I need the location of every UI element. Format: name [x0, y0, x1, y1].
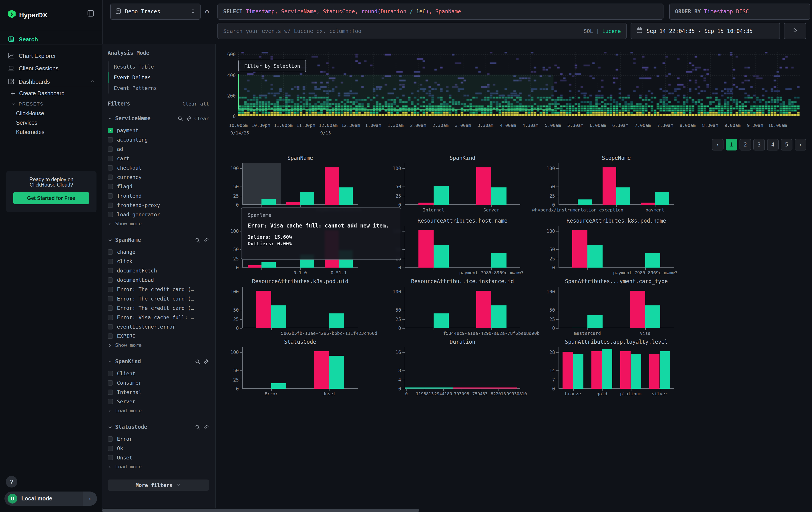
sidebar-preset-clickhouse[interactable]: ClickHouse — [16, 110, 44, 117]
sidebar-presets-toggle[interactable]: PRESETS — [11, 101, 44, 106]
load-more-button[interactable]: Load more — [108, 462, 209, 471]
select-clause-input[interactable]: SELECT Timestamp, ServiceName, StatusCod… — [218, 4, 664, 20]
filter-item-internal[interactable]: Internal — [108, 387, 209, 397]
pagination-page-5[interactable]: 5 — [781, 139, 792, 151]
filter-item-documentload[interactable]: documentLoad — [108, 275, 209, 285]
sidebar-collapse-icon[interactable] — [87, 10, 94, 17]
show-more-button[interactable]: Show more — [108, 341, 209, 350]
pagination-prev[interactable]: ‹ — [712, 139, 724, 151]
sidebar-item-search[interactable]: Search — [0, 32, 102, 46]
filter-item-server[interactable]: Server — [108, 397, 209, 406]
checkbox[interactable]: ✓ — [108, 128, 113, 133]
filter-item-error-visa-cache-full-[interactable]: Error: Visa cache full: … — [108, 313, 209, 322]
filter-item-payment[interactable]: ✓payment — [108, 126, 209, 135]
checkbox[interactable] — [108, 305, 113, 311]
more-filters-button[interactable]: More filters — [108, 480, 209, 491]
lucene-toggle[interactable]: Lucene — [602, 28, 621, 34]
checkbox[interactable] — [108, 259, 113, 264]
checkbox[interactable] — [108, 371, 113, 376]
show-more-button[interactable]: Show more — [108, 219, 209, 228]
pagination-page-1[interactable]: 1 — [726, 139, 737, 151]
filter-pin-icon[interactable] — [203, 237, 209, 243]
filter-item-consumer[interactable]: Consumer — [108, 378, 209, 387]
clear-all-button[interactable]: Clear all — [182, 101, 209, 107]
filter-pin-icon[interactable] — [203, 359, 209, 365]
chevron-down-icon[interactable] — [108, 425, 113, 429]
chevron-down-icon[interactable] — [108, 359, 113, 364]
checkbox[interactable] — [108, 399, 113, 404]
checkbox[interactable] — [108, 212, 113, 217]
checkbox[interactable] — [108, 184, 113, 189]
horizontal-scrollbar[interactable] — [102, 509, 419, 512]
checkbox[interactable] — [108, 455, 113, 460]
checkbox[interactable] — [108, 324, 113, 329]
filter-item-ok[interactable]: Ok — [108, 443, 209, 453]
filter-by-selection-button[interactable]: Filter by Selection — [238, 60, 306, 72]
checkbox[interactable] — [108, 203, 113, 208]
filter-item-eventlistener-error[interactable]: eventListener.error — [108, 322, 209, 331]
local-mode-bar[interactable]: U Local mode › — [4, 491, 97, 506]
checkbox[interactable] — [108, 333, 113, 339]
help-button[interactable]: ? — [6, 476, 17, 487]
pagination-page-4[interactable]: 4 — [767, 139, 779, 151]
source-select[interactable]: Demo Traces — [110, 4, 201, 20]
load-more-button[interactable]: Load more — [108, 406, 209, 415]
filter-item-error[interactable]: Error — [108, 434, 209, 443]
sidebar-item-dashboards[interactable]: Dashboards — [0, 75, 102, 88]
checkbox[interactable] — [108, 389, 113, 395]
chevron-down-icon[interactable] — [108, 116, 113, 121]
checkbox[interactable] — [108, 165, 113, 170]
checkbox[interactable] — [108, 249, 113, 254]
filter-item-documentfetch[interactable]: documentFetch — [108, 266, 209, 275]
checkbox[interactable] — [108, 137, 113, 142]
filter-item-click[interactable]: click — [108, 257, 209, 266]
run-query-button[interactable] — [784, 23, 806, 39]
filter-item-checkout[interactable]: checkout — [108, 163, 209, 172]
checkbox[interactable] — [108, 174, 113, 180]
filter-item-load-generator[interactable]: load-generator — [108, 210, 209, 219]
search-input[interactable]: Search your events w/ Lucene ex. column:… — [223, 28, 361, 34]
filter-item-cart[interactable]: cart — [108, 154, 209, 163]
filter-item-frontend[interactable]: frontend — [108, 191, 209, 200]
checkbox[interactable] — [108, 296, 113, 301]
filter-search-icon[interactable] — [177, 115, 183, 121]
sidebar-preset-services[interactable]: Services — [16, 120, 37, 126]
pagination-page-2[interactable]: 2 — [740, 139, 751, 151]
filter-item-unset[interactable]: Unset — [108, 453, 209, 462]
get-started-button[interactable]: Get Started for Free — [13, 192, 89, 204]
heatmap-selection-box[interactable] — [238, 74, 554, 110]
filter-search-icon[interactable] — [195, 237, 201, 243]
checkbox[interactable] — [108, 156, 113, 161]
source-settings-gear-icon[interactable]: ⚙ — [205, 7, 209, 16]
analysis-mode-event-patterns[interactable]: Event Patterns — [108, 83, 209, 93]
filter-item-client[interactable]: Client — [108, 369, 209, 378]
filter-clear-button[interactable]: Clear — [194, 115, 209, 121]
sidebar-item-client-sessions[interactable]: Client Sessions — [0, 61, 102, 75]
checkbox[interactable] — [108, 146, 113, 152]
filter-item-flagd[interactable]: flagd — [108, 182, 209, 191]
filter-item-error-the-credit-card-[interactable]: Error: The credit card (… — [108, 303, 209, 313]
chevron-right-icon[interactable]: › — [83, 491, 97, 506]
sidebar-preset-kubernetes[interactable]: Kubernetes — [16, 129, 45, 135]
filter-search-icon[interactable] — [195, 424, 201, 430]
sql-toggle[interactable]: SQL — [584, 28, 593, 34]
pagination-page-3[interactable]: 3 — [753, 139, 765, 151]
search-input-box[interactable]: Search your events w/ Lucene ex. column:… — [218, 23, 627, 39]
filter-pin-icon[interactable] — [186, 115, 192, 121]
chevron-down-icon[interactable] — [108, 238, 113, 242]
checkbox[interactable] — [108, 287, 113, 292]
filter-item-expire[interactable]: EXPIRE — [108, 331, 209, 341]
filter-item-currency[interactable]: currency — [108, 172, 209, 182]
checkbox[interactable] — [108, 193, 113, 198]
checkbox[interactable] — [108, 446, 113, 451]
analysis-mode-results-table[interactable]: Results Table — [108, 61, 209, 72]
filter-item-change[interactable]: change — [108, 247, 209, 257]
checkbox[interactable] — [108, 277, 113, 282]
sidebar-item-chart-explorer[interactable]: Chart Explorer — [0, 49, 102, 62]
sidebar-item-create-dashboard[interactable]: Create Dashboard — [10, 90, 64, 97]
filter-item-error-the-credit-card-[interactable]: Error: The credit card (… — [108, 285, 209, 294]
filter-item-error-the-credit-card-[interactable]: Error: The credit card (… — [108, 294, 209, 303]
filter-search-icon[interactable] — [195, 359, 201, 365]
filter-item-frontend-proxy[interactable]: frontend-proxy — [108, 200, 209, 210]
filter-item-accounting[interactable]: accounting — [108, 135, 209, 144]
